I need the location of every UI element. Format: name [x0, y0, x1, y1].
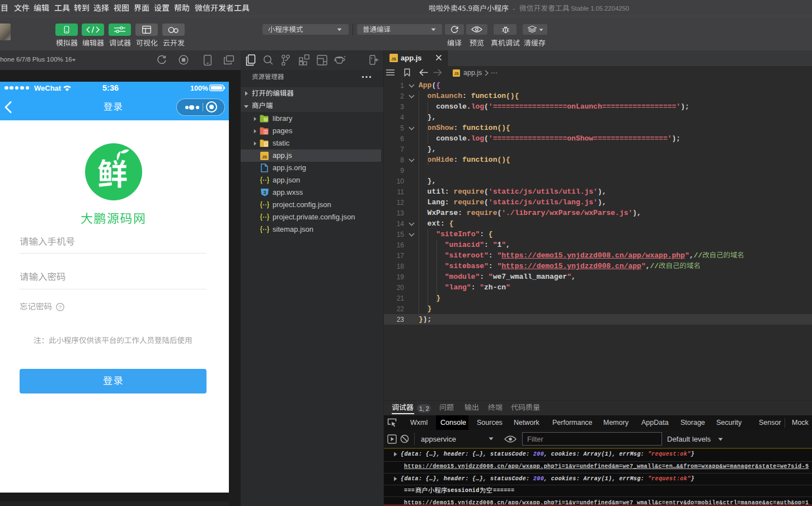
svg-text:3: 3	[263, 190, 266, 195]
svg-text:JS: JS	[454, 72, 459, 76]
svg-text:JS: JS	[391, 57, 396, 62]
svg-text:?: ?	[59, 304, 62, 310]
svg-text:JS: JS	[262, 154, 267, 160]
